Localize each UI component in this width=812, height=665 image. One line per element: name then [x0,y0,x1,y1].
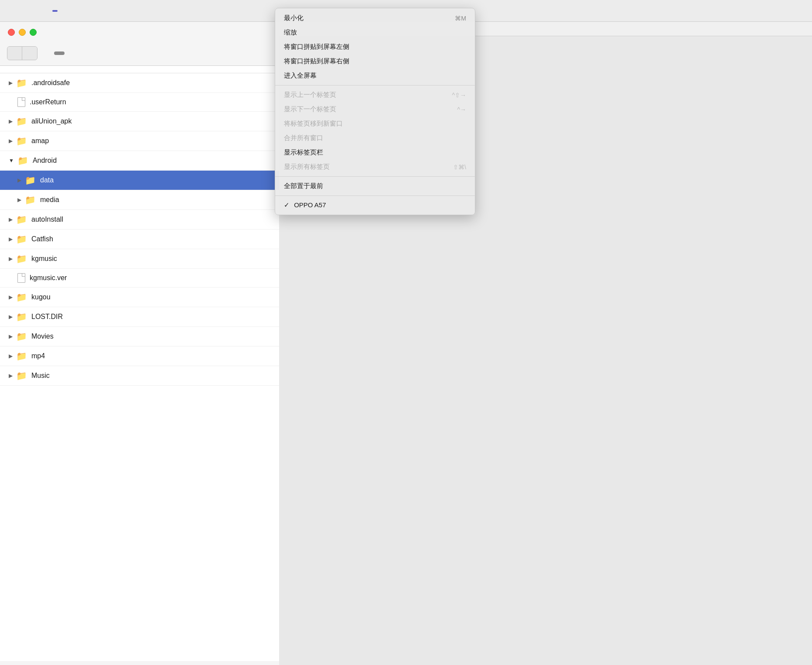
list-item[interactable]: kgmusic.ver [0,269,279,288]
folder-icon: 📁 [16,331,27,342]
forward-button[interactable] [22,47,37,60]
file-name-label: Android [33,157,57,165]
file-icon [17,273,25,283]
menubar-app[interactable] [13,10,18,12]
folder-icon: 📁 [16,214,27,225]
menu-item[interactable]: 全部置于最前 [275,179,475,193]
expand-arrow-icon: ▼ [9,158,14,164]
list-item[interactable]: ▶📁data [0,171,279,190]
file-name-label: mp4 [31,352,45,360]
fullscreen-button[interactable] [30,29,37,36]
file-name-label: data [40,176,54,184]
folder-icon: 📁 [16,370,27,381]
list-item[interactable]: ▶📁autoInstall [0,210,279,230]
folder-icon: 📁 [16,136,27,146]
menu-shortcut-label: ⇧⌘\ [453,164,466,171]
expand-arrow-icon: ▶ [9,118,13,124]
minimize-button[interactable] [19,29,26,36]
menu-item[interactable]: 最小化⌘M [275,11,475,25]
menu-item[interactable]: ✓ OPPO A57 [275,198,475,212]
list-item[interactable]: ▶📁Catfish [0,230,279,249]
file-name-label: .userReturn [30,98,66,106]
menu-item-label: 显示下一个标签页 [284,105,336,113]
list-item[interactable]: ▶📁Movies [0,327,279,346]
menu-shortcut-label: ⌘M [455,15,466,22]
menubar-help[interactable] [65,10,71,12]
file-name-label: aliUnion_apk [31,117,72,125]
list-item[interactable]: ▼📁Android [0,151,279,171]
toolbar [0,43,279,66]
expand-arrow-icon: ▶ [9,333,13,339]
list-item[interactable]: ▶📁media [0,190,279,210]
file-name-label: Catfish [31,235,53,243]
menubar-execute[interactable] [39,10,44,12]
menu-item[interactable]: 进入全屏幕 [275,69,475,83]
traffic-lights [0,22,279,43]
expand-arrow-icon: ▶ [9,236,13,242]
folder-icon: 📁 [25,195,36,205]
file-name-label: kugou [31,293,51,301]
menu-item: 显示所有标签页⇧⌘\ [275,160,475,174]
list-item[interactable]: ▶📁LOST.DIR [0,307,279,327]
sd-button[interactable] [54,51,65,55]
back-button[interactable] [7,47,22,60]
folder-icon: 📁 [16,116,27,127]
file-name-label: kgmusic.ver [30,274,67,282]
main-window: ▶📁.androidsafe.userReturn▶📁aliUnion_apk▶… [0,22,279,665]
menubar-window[interactable] [52,10,58,12]
list-item[interactable]: ▶📁amap [0,131,279,151]
expand-arrow-icon: ▶ [17,197,21,203]
menu-item[interactable]: 缩放 [275,25,475,40]
menu-item-label: 将窗口拼贴到屏幕右侧 [284,57,349,65]
menu-separator [275,85,475,86]
menu-item-label: 显示标签页栏 [284,148,323,157]
menu-item-label: 缩放 [284,28,297,37]
menu-item-label: 合并所有窗口 [284,134,323,142]
menu-item-label: 进入全屏幕 [284,72,317,80]
folder-icon: 📁 [16,234,27,244]
menu-item[interactable]: 将窗口拼贴到屏幕右侧 [275,54,475,69]
menu-item-label: ✓ OPPO A57 [284,201,326,209]
file-name-label: amap [31,137,49,145]
file-name-label: media [40,196,59,204]
list-item[interactable]: ▶📁Music [0,366,279,386]
menu-item-label: 显示上一个标签页 [284,91,336,99]
list-item[interactable]: ▶📁mp4 [0,346,279,366]
menu-item-label: 最小化 [284,14,304,22]
file-name-label: Movies [31,332,54,340]
file-area: ▶📁.androidsafe.userReturn▶📁aliUnion_apk▶… [0,66,279,661]
file-icon [17,97,25,107]
folder-icon: 📁 [16,254,27,264]
menubar-file[interactable] [26,10,31,12]
menu-separator [275,176,475,177]
menu-item: 显示上一个标签页^⇧→ [275,88,475,102]
close-button[interactable] [8,29,15,36]
file-name-label: Music [31,372,50,380]
menu-shortcut-label: ^⇧→ [452,92,466,99]
menu-item: 合并所有窗口 [275,131,475,145]
file-name-label: autoInstall [31,216,63,223]
nav-buttons [7,46,38,60]
menu-item-label: 将窗口拼贴到屏幕左侧 [284,43,349,51]
menu-item[interactable]: 将窗口拼贴到屏幕左侧 [275,40,475,54]
file-name-label: kgmusic [31,255,57,263]
folder-icon: 📁 [25,175,36,185]
list-item[interactable]: ▶📁kgmusic [0,249,279,269]
menu-shortcut-label: ^→ [457,106,466,113]
menu-item: 显示下一个标签页^→ [275,102,475,117]
expand-arrow-icon: ▶ [9,294,13,300]
list-item[interactable]: ▶📁aliUnion_apk [0,112,279,131]
menu-item-label: 将标签页移到新窗口 [284,120,343,128]
expand-arrow-icon: ▶ [17,177,21,183]
list-item[interactable]: ▶📁.androidsafe [0,73,279,93]
list-item[interactable]: .userReturn [0,93,279,112]
menu-item-label: 显示所有标签页 [284,163,330,171]
menu-item-label: 全部置于最前 [284,182,323,190]
window-menu-dropdown: 最小化⌘M缩放将窗口拼贴到屏幕左侧将窗口拼贴到屏幕右侧进入全屏幕显示上一个标签页… [275,8,475,215]
folder-icon: 📁 [16,351,27,361]
file-name-label: LOST.DIR [31,313,63,321]
expand-arrow-icon: ▶ [9,314,13,320]
menu-item[interactable]: 显示标签页栏 [275,145,475,160]
list-item[interactable]: ▶📁kugou [0,288,279,307]
expand-arrow-icon: ▶ [9,256,13,262]
